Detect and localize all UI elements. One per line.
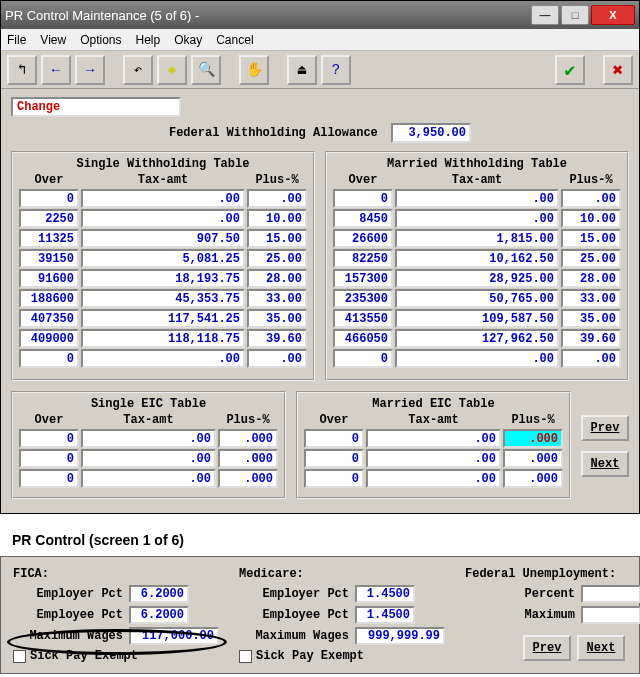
- cell[interactable]: .00: [81, 429, 216, 448]
- cell[interactable]: 407350: [19, 309, 79, 328]
- next-button[interactable]: Next: [581, 451, 629, 477]
- cell[interactable]: .00: [81, 209, 245, 228]
- cell[interactable]: 157300: [333, 269, 393, 288]
- undo-icon[interactable]: ↶: [123, 55, 153, 85]
- cell[interactable]: .000: [218, 429, 278, 448]
- help-icon[interactable]: ?: [321, 55, 351, 85]
- cell[interactable]: 1,815.00: [395, 229, 559, 248]
- cell[interactable]: 33.00: [561, 289, 621, 308]
- cell[interactable]: .00: [561, 349, 621, 368]
- cell[interactable]: 10.00: [561, 209, 621, 228]
- cell[interactable]: 0: [304, 429, 364, 448]
- fute-maximum[interactable]: [581, 606, 640, 624]
- cell[interactable]: 188600: [19, 289, 79, 308]
- menu-file[interactable]: File: [7, 33, 26, 47]
- menu-okay[interactable]: Okay: [174, 33, 202, 47]
- cell[interactable]: 413550: [333, 309, 393, 328]
- cell[interactable]: 2250: [19, 209, 79, 228]
- cell[interactable]: 0: [19, 469, 79, 488]
- diamond-icon[interactable]: ◈: [157, 55, 187, 85]
- cell[interactable]: 0: [19, 429, 79, 448]
- cell[interactable]: 25.00: [247, 249, 307, 268]
- cell[interactable]: 39.60: [561, 329, 621, 348]
- cell[interactable]: .000: [218, 449, 278, 468]
- cell[interactable]: 35.00: [247, 309, 307, 328]
- cancel-icon[interactable]: ✖: [603, 55, 633, 85]
- cell[interactable]: .00: [81, 469, 216, 488]
- cell[interactable]: 127,962.50: [395, 329, 559, 348]
- cell[interactable]: 33.00: [247, 289, 307, 308]
- medicare-employee[interactable]: 1.4500: [355, 606, 415, 624]
- medicare-employer[interactable]: 1.4500: [355, 585, 415, 603]
- cell[interactable]: 15.00: [561, 229, 621, 248]
- exit-icon[interactable]: ↰: [7, 55, 37, 85]
- prev-button[interactable]: Prev: [581, 415, 629, 441]
- cell[interactable]: 10.00: [247, 209, 307, 228]
- cell[interactable]: 28.00: [561, 269, 621, 288]
- cell[interactable]: 28.00: [247, 269, 307, 288]
- cell[interactable]: 11325: [19, 229, 79, 248]
- cell[interactable]: .00: [395, 209, 559, 228]
- menu-cancel[interactable]: Cancel: [216, 33, 253, 47]
- cell[interactable]: 91600: [19, 269, 79, 288]
- cell[interactable]: 409000: [19, 329, 79, 348]
- cell[interactable]: .000: [503, 449, 563, 468]
- cell[interactable]: 466050: [333, 329, 393, 348]
- forward-icon[interactable]: →: [75, 55, 105, 85]
- hand-icon[interactable]: ✋: [239, 55, 269, 85]
- cell[interactable]: 18,193.75: [81, 269, 245, 288]
- cell[interactable]: 0: [19, 349, 79, 368]
- cell[interactable]: 118,118.75: [81, 329, 245, 348]
- cell[interactable]: 50,765.00: [395, 289, 559, 308]
- cell[interactable]: 25.00: [561, 249, 621, 268]
- cell[interactable]: .00: [366, 449, 501, 468]
- cell[interactable]: 35.00: [561, 309, 621, 328]
- find-icon[interactable]: 🔍: [191, 55, 221, 85]
- cell[interactable]: 0: [333, 349, 393, 368]
- minimize-button[interactable]: —: [531, 5, 559, 25]
- fica-employer[interactable]: 6.2000: [129, 585, 189, 603]
- cell[interactable]: 28,925.00: [395, 269, 559, 288]
- fute-percent[interactable]: [581, 585, 640, 603]
- medicare-sick-pay-checkbox[interactable]: Sick Pay Exempt: [239, 649, 445, 663]
- cell[interactable]: .00: [366, 429, 501, 448]
- maximize-button[interactable]: □: [561, 5, 589, 25]
- menu-options[interactable]: Options: [80, 33, 121, 47]
- federal-allowance-value[interactable]: 3,950.00: [391, 123, 471, 143]
- cell[interactable]: .00: [81, 349, 245, 368]
- cell[interactable]: 39.60: [247, 329, 307, 348]
- cell[interactable]: 0: [304, 469, 364, 488]
- cell[interactable]: 235300: [333, 289, 393, 308]
- cell[interactable]: .00: [247, 349, 307, 368]
- menu-view[interactable]: View: [40, 33, 66, 47]
- cell[interactable]: .000: [503, 469, 563, 488]
- close-button[interactable]: X: [591, 5, 635, 25]
- cell[interactable]: 45,353.75: [81, 289, 245, 308]
- cell[interactable]: 109,587.50: [395, 309, 559, 328]
- cell[interactable]: .00: [366, 469, 501, 488]
- cell[interactable]: 15.00: [247, 229, 307, 248]
- cell[interactable]: 0: [304, 449, 364, 468]
- back-icon[interactable]: ←: [41, 55, 71, 85]
- cell[interactable]: .00: [561, 189, 621, 208]
- fica-sick-pay-checkbox[interactable]: Sick Pay Exempt: [13, 649, 219, 663]
- cell[interactable]: 117,541.25: [81, 309, 245, 328]
- ok-icon[interactable]: ✔: [555, 55, 585, 85]
- cell[interactable]: 10,162.50: [395, 249, 559, 268]
- prev2-button[interactable]: Prev: [523, 635, 571, 661]
- cell[interactable]: .000: [218, 469, 278, 488]
- next2-button[interactable]: Next: [577, 635, 625, 661]
- cell[interactable]: .00: [395, 189, 559, 208]
- cell[interactable]: .00: [81, 189, 245, 208]
- cell[interactable]: 39150: [19, 249, 79, 268]
- cell[interactable]: 0: [333, 189, 393, 208]
- eject-icon[interactable]: ⏏: [287, 55, 317, 85]
- cell[interactable]: 0: [19, 449, 79, 468]
- cell[interactable]: .000: [503, 429, 563, 448]
- menu-help[interactable]: Help: [136, 33, 161, 47]
- cell[interactable]: .00: [395, 349, 559, 368]
- fica-max-wages[interactable]: 117,000.00: [129, 627, 219, 645]
- cell[interactable]: 82250: [333, 249, 393, 268]
- fica-employee[interactable]: 6.2000: [129, 606, 189, 624]
- cell[interactable]: 5,081.25: [81, 249, 245, 268]
